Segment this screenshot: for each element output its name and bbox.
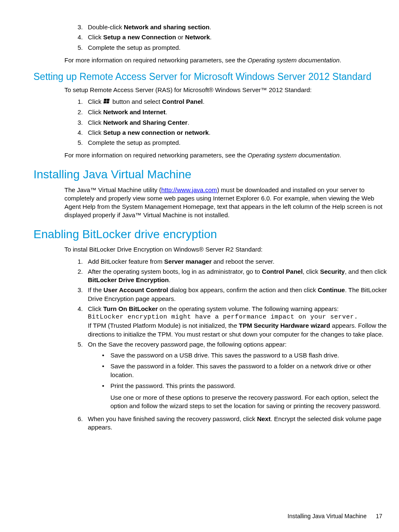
item-number: 3. bbox=[71, 286, 83, 303]
item-number: 4. bbox=[71, 129, 83, 137]
item-text: Complete the setup as prompted. bbox=[88, 139, 387, 147]
java-paragraph: The Java™ Virtual Machine utility (http:… bbox=[64, 186, 387, 220]
footer-title: Installing Java Virtual Machine bbox=[288, 512, 367, 520]
item-text: If the User Account Control dialog box a… bbox=[88, 286, 387, 303]
ras-intro: To setup Remote Access Server (RAS) for … bbox=[64, 86, 387, 94]
item-text: Click button and select Control Panel. bbox=[88, 98, 387, 106]
item-text: Click Setup a new Connection or Network. bbox=[88, 33, 387, 41]
top-steps-list: 3. Double-click Network and sharing sect… bbox=[33, 23, 387, 52]
bullet-icon: • bbox=[102, 362, 110, 379]
item-number: 5. bbox=[71, 139, 83, 147]
item-number: 5. bbox=[71, 44, 83, 52]
list-item: 1. Add BitLocker feature from Server man… bbox=[71, 257, 387, 266]
top-tail-paragraph: For more information on required network… bbox=[64, 56, 387, 64]
bullet-item: • Print the password. This prints the pa… bbox=[102, 382, 387, 411]
list-item: 2. Click Network and Internet. bbox=[71, 108, 387, 116]
ras-steps-list: 1. Click button and select Control Panel… bbox=[33, 98, 387, 147]
item-text: Add BitLocker feature from Server manage… bbox=[88, 257, 387, 266]
list-item: 3. Double-click Network and sharing sect… bbox=[71, 23, 387, 31]
list-item: 5. Complete the setup as prompted. bbox=[71, 139, 387, 147]
list-item: 4. Click Turn On BitLocker on the operat… bbox=[71, 305, 387, 339]
ras-heading: Setting up Remote Access Server for Micr… bbox=[33, 70, 387, 83]
item-text: Click Network and Sharing Center. bbox=[88, 118, 387, 127]
item-number: 6. bbox=[71, 415, 83, 432]
item-text: Double-click Network and sharing section… bbox=[88, 23, 387, 31]
item-number: 3. bbox=[71, 23, 83, 31]
bitlocker-heading: Enabling BitLocker drive encryption bbox=[33, 226, 387, 242]
item-number: 2. bbox=[71, 267, 83, 285]
svg-rect-2 bbox=[103, 101, 106, 103]
svg-rect-3 bbox=[106, 101, 109, 103]
page-footer: Installing Java Virtual Machine 17 bbox=[288, 512, 382, 520]
item-text: On the Save the recovery password page, … bbox=[88, 340, 387, 413]
bullet-icon: • bbox=[102, 351, 110, 360]
item-number: 2. bbox=[71, 108, 83, 116]
list-item: 4. Click Setup a new connection or netwo… bbox=[71, 129, 387, 137]
item-number: 4. bbox=[71, 33, 83, 41]
item-number: 4. bbox=[71, 305, 83, 339]
ras-tail-paragraph: For more information on required network… bbox=[64, 151, 387, 159]
list-item: 6. When you have finished saving the rec… bbox=[71, 415, 387, 432]
bullet-sub-paragraph: Use one or more of these options to pres… bbox=[110, 393, 387, 411]
list-item: 5. Complete the setup as prompted. bbox=[71, 44, 387, 52]
item-text: After the operating system boots, log in… bbox=[88, 267, 387, 285]
page-number: 17 bbox=[376, 512, 382, 520]
java-heading: Installing Java Virtual Machine bbox=[33, 167, 387, 182]
svg-rect-0 bbox=[104, 99, 107, 101]
item-text: Click Network and Internet. bbox=[88, 108, 387, 116]
list-item: 2. After the operating system boots, log… bbox=[71, 267, 387, 285]
windows-flag-icon bbox=[103, 98, 111, 106]
java-link[interactable]: http://www.java.com bbox=[161, 186, 217, 193]
bitlocker-steps-list: 1. Add BitLocker feature from Server man… bbox=[33, 257, 387, 432]
item-number: 1. bbox=[71, 257, 83, 266]
item-text: When you have finished saving the recove… bbox=[88, 415, 387, 432]
bitlocker-intro: To instal BitLocker Drive Encryption on … bbox=[64, 245, 387, 254]
code-text: BitLocker encryption might have a perfor… bbox=[88, 313, 387, 321]
recovery-options-list: •Save the password on a USB drive. This … bbox=[88, 351, 387, 411]
bullet-item: •Save the password on a USB drive. This … bbox=[102, 351, 387, 360]
list-item: 1. Click button and select Control Panel… bbox=[71, 98, 387, 106]
item-text: Click Setup a new connection or network. bbox=[88, 129, 387, 137]
list-item: 5. On the Save the recovery password pag… bbox=[71, 340, 387, 413]
item-number: 3. bbox=[71, 118, 83, 127]
item-text: Click Turn On BitLocker on the operating… bbox=[88, 305, 387, 339]
item-text: Complete the setup as prompted. bbox=[88, 44, 387, 52]
item-number: 1. bbox=[71, 98, 83, 106]
bullet-item: •Save the password in a folder. This sav… bbox=[102, 362, 387, 379]
list-item: 3. If the User Account Control dialog bo… bbox=[71, 286, 387, 303]
svg-rect-1 bbox=[107, 99, 110, 101]
list-item: 4. Click Setup a new Connection or Netwo… bbox=[71, 33, 387, 41]
bullet-icon: • bbox=[102, 382, 110, 411]
page-content: 3. Double-click Network and sharing sect… bbox=[0, 0, 399, 432]
item-number: 5. bbox=[71, 340, 83, 413]
list-item: 3. Click Network and Sharing Center. bbox=[71, 118, 387, 127]
